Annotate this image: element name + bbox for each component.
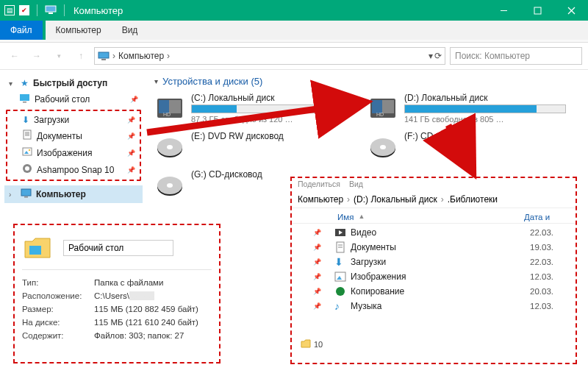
nav-dropdown-button[interactable]: ▾ bbox=[50, 47, 68, 65]
prop-contains-value: Файлов: 303; папок: 27 bbox=[94, 331, 184, 340]
prop-ondisk-label: На диске: bbox=[22, 318, 88, 327]
chevron-down-icon[interactable]: ▾ bbox=[429, 51, 433, 61]
drive-title: (D:) Локальный диск bbox=[404, 93, 566, 103]
drive-e[interactable]: (E:) DVD RW дисковод bbox=[154, 131, 353, 162]
pin-icon: 📌 bbox=[312, 258, 321, 266]
star-icon: ★ bbox=[21, 78, 29, 88]
library-row[interactable]: 📌Изображения12.03. bbox=[312, 269, 570, 284]
pin-icon: 📌 bbox=[127, 166, 135, 174]
ribbon-file-tab[interactable]: Файл bbox=[0, 21, 43, 40]
library-row[interactable]: 📌Видео22.03. bbox=[312, 225, 570, 240]
drive-hdd-icon: HD bbox=[368, 93, 398, 124]
app-icon bbox=[22, 163, 32, 176]
drive-subtitle: 87,3 ГБ свободно из 120 … bbox=[191, 115, 353, 124]
library-ribbon: Поделиться Вид bbox=[292, 178, 576, 191]
computer-icon bbox=[21, 188, 32, 201]
ribbon-tab-computer[interactable]: Компьютер bbox=[46, 21, 112, 40]
sort-up-icon: ▲ bbox=[358, 213, 365, 221]
svg-rect-0 bbox=[46, 6, 56, 12]
image-icon bbox=[334, 271, 346, 283]
drive-bar bbox=[404, 104, 566, 113]
close-button[interactable] bbox=[554, 0, 588, 21]
svg-point-46 bbox=[336, 287, 345, 296]
svg-rect-3 bbox=[534, 7, 541, 14]
library-subwindow: Поделиться Вид Компьютер› (D:) Локальный… bbox=[290, 177, 577, 364]
refresh-icon[interactable]: ⟳ bbox=[434, 51, 442, 61]
drive-cd-icon bbox=[368, 131, 398, 162]
svg-text:HD: HD bbox=[163, 112, 171, 117]
qat-check-icon[interactable]: ✔ bbox=[19, 5, 29, 15]
properties-panel: Тип:Папка с файлами Расположение:C:\User… bbox=[13, 224, 220, 363]
sidebar-quick-access[interactable]: ▾ ★ Быстрый доступ bbox=[4, 76, 143, 91]
ribbon-tabs: Файл Компьютер Вид bbox=[0, 21, 588, 40]
pin-icon: 📌 bbox=[312, 302, 321, 310]
svg-rect-1 bbox=[49, 13, 53, 14]
svg-point-18 bbox=[25, 166, 29, 171]
breadcrumb-item[interactable]: .Библиотеки bbox=[448, 194, 498, 205]
svg-point-16 bbox=[29, 149, 30, 151]
download-icon: ⬇ bbox=[334, 256, 346, 268]
library-row[interactable]: 📌Документы19.03. bbox=[312, 240, 570, 255]
svg-rect-38 bbox=[29, 246, 41, 255]
prop-location-label: Расположение: bbox=[22, 291, 88, 300]
folder-name-input[interactable] bbox=[63, 240, 173, 256]
svg-rect-10 bbox=[24, 130, 31, 139]
breadcrumb-item[interactable]: (D:) Локальный диск bbox=[354, 194, 437, 205]
sidebar-item-pictures[interactable]: Изображения 📌 bbox=[7, 144, 140, 161]
library-row[interactable]: 📌♪Музыка12.03. bbox=[312, 299, 570, 313]
search-placeholder: Поиск: Компьютер bbox=[455, 51, 530, 61]
sidebar-item-ashampoo[interactable]: Ashampoo Snap 10 📌 bbox=[7, 161, 140, 178]
minimize-button[interactable] bbox=[487, 0, 520, 21]
nav-forward-button[interactable]: → bbox=[28, 47, 46, 65]
quick-access-toolbar: ▤ ✔ bbox=[4, 4, 68, 18]
search-input[interactable]: Поиск: Компьютер bbox=[450, 47, 582, 65]
svg-rect-7 bbox=[101, 59, 106, 60]
pin-icon: 📌 bbox=[312, 244, 321, 251]
library-column-headers[interactable]: Имя▲ Дата и bbox=[292, 208, 576, 224]
pin-icon: 📌 bbox=[127, 132, 135, 140]
copy-icon bbox=[334, 285, 346, 297]
chevron-right-icon: › bbox=[9, 191, 16, 199]
drive-subtitle: 141 ГБ свободно из 805 … bbox=[404, 115, 566, 124]
ribbon-tab-view[interactable]: Вид bbox=[112, 21, 148, 40]
library-row[interactable]: 📌⬇Загрузки22.03. bbox=[312, 255, 570, 269]
library-breadcrumb[interactable]: Компьютер› (D:) Локальный диск› .Библиот… bbox=[292, 191, 576, 208]
qat-properties-icon[interactable]: ▤ bbox=[4, 5, 15, 15]
group-header-devices[interactable]: ▾ Устройства и диски (5) bbox=[154, 74, 581, 93]
nav-up-button[interactable]: ↑ bbox=[72, 47, 90, 65]
sidebar-item-desktop[interactable]: Рабочий стол 📌 bbox=[4, 91, 143, 108]
drive-title: (F:) CD-дисковод bbox=[404, 131, 566, 141]
sidebar-item-downloads[interactable]: ⬇ Загрузки 📌 bbox=[7, 113, 140, 127]
address-bar: ← → ▾ ↑ › Компьютер › ▾⟳ Поиск: Компьюте… bbox=[0, 43, 588, 70]
svg-point-31 bbox=[167, 145, 173, 149]
library-row[interactable]: 📌Копирование20.03. bbox=[312, 284, 570, 299]
library-item-count: 10 bbox=[301, 339, 323, 350]
chevron-right-icon: › bbox=[112, 51, 115, 61]
drive-c[interactable]: HD (C:) Локальный диск 87,3 ГБ свободно … bbox=[154, 93, 353, 124]
sidebar-item-computer[interactable]: › Компьютер bbox=[4, 185, 143, 203]
nav-back-button[interactable]: ← bbox=[6, 47, 24, 65]
column-date[interactable]: Дата и bbox=[524, 213, 570, 221]
drive-d[interactable]: HD (D:) Локальный диск 141 ГБ свободно и… bbox=[368, 93, 566, 124]
prop-type-label: Тип: bbox=[22, 278, 88, 287]
breadcrumb-item[interactable]: Компьютер bbox=[298, 194, 343, 205]
chevron-down-icon: ▾ bbox=[9, 79, 16, 88]
computer-icon bbox=[45, 4, 57, 18]
prop-location-value: C:\Users\xxxxxx bbox=[94, 291, 154, 300]
svg-rect-19 bbox=[21, 189, 31, 196]
svg-point-37 bbox=[167, 183, 173, 188]
breadcrumb-item[interactable]: Компьютер bbox=[118, 51, 164, 61]
video-icon bbox=[334, 227, 346, 238]
chevron-down-icon: ▾ bbox=[154, 77, 158, 85]
folder-icon bbox=[22, 233, 53, 263]
library-tab-share[interactable]: Поделиться bbox=[298, 180, 340, 190]
maximize-button[interactable] bbox=[520, 0, 554, 21]
column-name[interactable]: Имя bbox=[337, 213, 354, 221]
breadcrumb[interactable]: › Компьютер › ▾⟳ bbox=[94, 47, 445, 65]
drive-f[interactable]: (F:) CD-дисковод bbox=[368, 131, 566, 162]
pin-icon: 📌 bbox=[127, 116, 135, 124]
drive-hdd-icon: HD bbox=[154, 93, 185, 124]
drive-dvd-icon bbox=[154, 131, 185, 162]
library-tab-view[interactable]: Вид bbox=[349, 180, 363, 190]
sidebar-item-documents[interactable]: Документы 📌 bbox=[7, 127, 140, 144]
